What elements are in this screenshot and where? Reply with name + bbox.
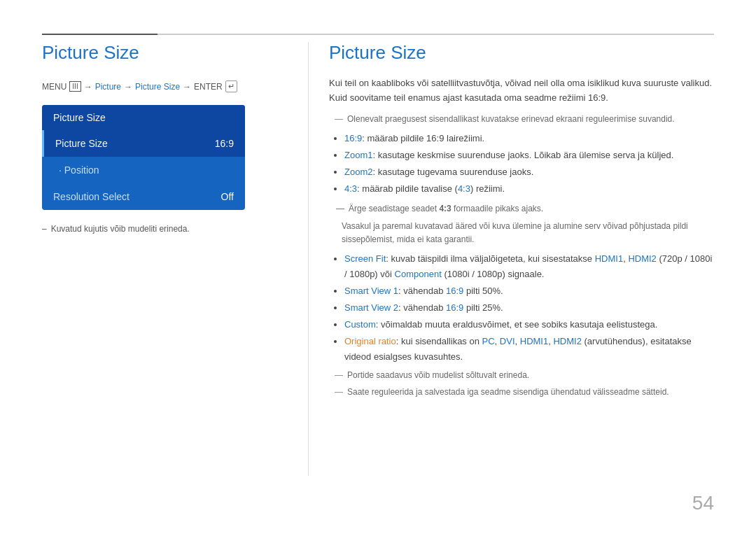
breadcrumb-menu: MENU: [42, 82, 66, 92]
highlight-screen-fit: Screen Fit: [344, 253, 386, 264]
menu-box-header: Picture Size: [42, 105, 245, 130]
bullet-43-text: : määrab pildile tavalise (: [357, 183, 458, 194]
bullet-zoom2: Zoom2: kasutage tugevama suurenduse jaok…: [344, 164, 714, 180]
right-title: Picture Size: [329, 42, 714, 64]
menu-item-position[interactable]: · Position: [42, 157, 245, 183]
top-accent-line: [42, 34, 158, 35]
bullet-zoom1-text: : kasutage keskmise suurenduse jaoks. Lõ…: [372, 150, 673, 160]
menu-item-resolution-label: Resolution Select: [53, 191, 130, 202]
page-number: 54: [692, 492, 714, 514]
bullet-16-9-text: : määrab pildile 16:9 lairežiimi.: [362, 133, 484, 143]
or-hdmi1: HDMI1: [520, 336, 548, 346]
note-line-3: Saate reguleerida ja salvestada iga sead…: [329, 387, 714, 397]
left-title: Picture Size: [42, 42, 294, 64]
highlight-16-9: 16:9: [344, 133, 362, 143]
highlight-component: Component: [395, 269, 442, 279]
highlight-zoom1: Zoom1: [344, 150, 372, 160]
intro-text: Kui teil on kaabliboks või satelliitvast…: [329, 76, 714, 106]
breadcrumb-arrow3: →: [183, 82, 191, 92]
highlight-smart-view-1: Smart View 1: [344, 286, 398, 296]
breadcrumb-arrow1: →: [84, 82, 92, 92]
highlight-original-ratio: Original ratio: [344, 336, 396, 346]
sv1-169: 16:9: [446, 286, 463, 296]
note-line-1: Olenevalt praegusest sisendallikast kuva…: [329, 114, 714, 124]
menu-item-position-label: · Position: [59, 164, 99, 176]
menu-box: Picture Size Picture Size 16:9 · Positio…: [42, 105, 245, 210]
highlight-zoom2: Zoom2: [344, 167, 372, 177]
enter-icon: ↵: [225, 80, 237, 92]
highlight-43-inner: 4:3: [458, 183, 470, 194]
bullet-custom: Custom: võimaldab muuta eraldusvõimet, e…: [344, 317, 714, 332]
highlight-custom: Custom: [344, 319, 376, 330]
breadcrumb: MENU III → Picture → Picture Size → ENTE…: [42, 80, 294, 92]
sub-note-2: Vasakul ja paremal kuvatavad ääred või k…: [342, 220, 714, 246]
menu-item-picture-size-value: 16:9: [215, 138, 234, 149]
menu-icon: III: [69, 81, 80, 92]
left-note: Kuvatud kujutis võib mudeliti erineda.: [42, 224, 294, 234]
menu-item-resolution-value: Off: [221, 191, 234, 202]
right-panel: Picture Size Kui teil on kaabliboks või …: [329, 42, 714, 404]
bullet-43-text2: ) režiimi.: [470, 183, 505, 194]
bullet-zoom1: Zoom1: kasutage keskmise suurenduse jaok…: [344, 148, 714, 163]
breadcrumb-picture-size: Picture Size: [135, 82, 180, 92]
breadcrumb-picture: Picture: [95, 82, 121, 92]
menu-item-picture-size[interactable]: Picture Size 16:9: [42, 130, 245, 157]
bullet-list-2: Screen Fit: kuvab täispildi ilma väljalõ…: [329, 251, 714, 365]
enter-label: ENTER: [194, 82, 223, 92]
bullet-zoom2-text: : kasutage tugevama suurenduse jaoks.: [372, 167, 533, 177]
breadcrumb-arrow2: →: [124, 82, 132, 92]
vertical-divider: [308, 42, 309, 476]
sv2-169: 16:9: [446, 302, 463, 313]
or-dvi: DVI: [500, 336, 515, 346]
highlight-43: 4:3: [344, 183, 357, 194]
highlight-hdmi1: HDMI1: [595, 253, 623, 264]
note-line-2: Portide saadavus võib mudelist sõltuvalt…: [329, 370, 714, 380]
menu-item-picture-size-label: Picture Size: [55, 138, 108, 149]
bullet-smart-view-2: Smart View 2: vähendab 16:9 pilti 25%.: [344, 300, 714, 316]
bullet-original-ratio: Original ratio: kui sisendallikas on PC,…: [344, 334, 714, 365]
bullet-screen-fit: Screen Fit: kuvab täispildi ilma väljalõ…: [344, 251, 714, 282]
highlight-smart-view-2: Smart View 2: [344, 302, 398, 313]
bullet-smart-view-1: Smart View 1: vähendab 16:9 pilti 50%.: [344, 283, 714, 299]
menu-item-resolution[interactable]: Resolution Select Off: [42, 183, 245, 210]
sub-note-1: Ärge seadistage seadet 4:3 formaadile pi…: [336, 202, 714, 216]
bullet-43: 4:3: määrab pildile tavalise (4:3) režii…: [344, 181, 714, 197]
left-panel: Picture Size MENU III → Picture → Pictur…: [42, 42, 294, 234]
or-hdmi2: HDMI2: [553, 336, 581, 346]
or-pc: PC: [482, 336, 495, 346]
highlight-hdmi2: HDMI2: [628, 253, 656, 264]
bullet-list-1: 16:9: määrab pildile 16:9 lairežiimi. Zo…: [329, 131, 714, 197]
bullet-16-9: 16:9: määrab pildile 16:9 lairežiimi.: [344, 131, 714, 146]
